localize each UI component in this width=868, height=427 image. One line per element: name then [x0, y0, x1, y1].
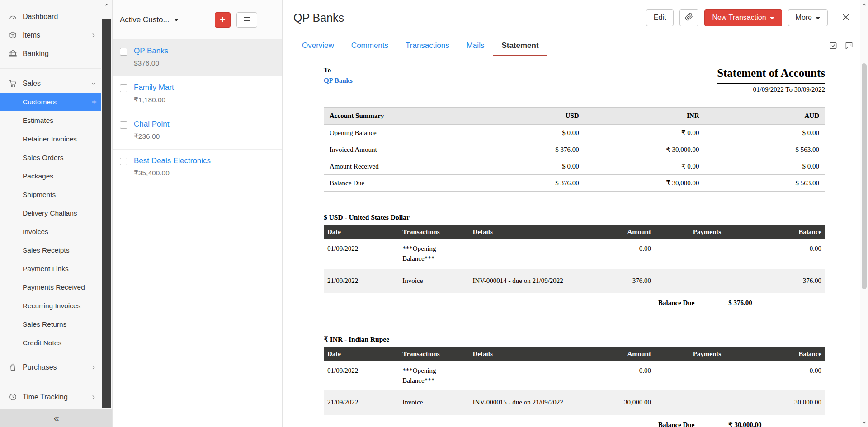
more-button[interactable]: More — [788, 9, 828, 26]
sidebar-nav: Dashboard Items Banking — [0, 0, 101, 406]
sidebar-item-label: Sales Receipts — [23, 246, 69, 254]
sidebar-item-payment-links[interactable]: Payment Links — [0, 259, 101, 278]
summary-cell: $ 0.00 — [464, 125, 585, 141]
sidebar-item-label: Invoices — [23, 228, 48, 236]
txn-cell: INV-000015 - due on 21/09/2022 — [469, 390, 585, 415]
add-customer-button[interactable]: + — [215, 12, 231, 28]
txn-cell: 0.00 — [585, 239, 655, 269]
txn-cell: 21/09/2022 — [324, 390, 399, 415]
customer-amount: ₹35,400.00 — [134, 169, 211, 177]
sidebar-scrollbar[interactable] — [101, 0, 112, 409]
customer-name-link[interactable]: Chai Point — [134, 120, 169, 129]
txn-cell — [655, 239, 725, 269]
sidebar-item-estimates[interactable]: Estimates — [0, 111, 101, 130]
tab-transactions[interactable]: Transactions — [397, 35, 458, 56]
statement-customer-link[interactable]: QP Banks — [324, 77, 353, 84]
scrollbar-up-arrow-icon[interactable] — [862, 2, 867, 7]
summary-col-header: AUD — [705, 108, 825, 125]
tabs: Overview Comments Transactions Mails Sta… — [283, 35, 860, 56]
customer-list-item-chai-point[interactable]: Chai Point ₹236.00 — [113, 113, 282, 150]
sidebar-item-sales-returns[interactable]: Sales Returns — [0, 315, 101, 333]
txn-col-header: Payments — [655, 347, 725, 361]
txn-cell: 0.00 — [585, 361, 655, 391]
sidebar-item-invoices[interactable]: Invoices — [0, 222, 101, 241]
summary-cell: $ 563.00 — [705, 175, 825, 192]
summary-row: Amount Received $ 0.00 ₹ 0.00 $ 0.00 — [324, 158, 825, 175]
sidebar-item-packages[interactable]: Packages — [0, 167, 101, 185]
summary-row: Invoiced Amount $ 376.00 ₹ 30,000.00 $ 5… — [324, 141, 825, 158]
statement-document: To QP Banks Statement of Accounts 01/09/… — [283, 56, 860, 427]
txn-cell — [469, 239, 585, 269]
comments-icon[interactable] — [844, 41, 854, 50]
statement-recipient: To QP Banks — [324, 66, 353, 84]
tab-mails[interactable]: Mails — [458, 35, 493, 56]
inr-section: ₹ INR - Indian Rupee Date Transactions D… — [324, 335, 825, 427]
edit-button[interactable]: Edit — [646, 9, 674, 26]
close-icon — [841, 12, 851, 23]
plus-icon[interactable]: + — [91, 98, 97, 107]
new-transaction-button[interactable]: New Transaction — [704, 9, 782, 26]
customer-list-item-best-deals-electronics[interactable]: Best Deals Electronics ₹35,400.00 — [113, 150, 282, 186]
close-button[interactable] — [839, 10, 853, 25]
page-scrollbar-thumb[interactable] — [862, 63, 867, 289]
scrollbar-down-arrow-icon[interactable] — [862, 420, 867, 425]
customer-checkbox[interactable] — [120, 84, 127, 92]
sidebar-scrollbar-thumb[interactable] — [102, 19, 111, 408]
sidebar-item-payments-received[interactable]: Payments Received — [0, 278, 101, 296]
sidebar-item-sales-orders[interactable]: Sales Orders — [0, 148, 101, 167]
tab-comments[interactable]: Comments — [343, 35, 397, 56]
summary-row: Opening Balance $ 0.00 ₹ 0.00 $ 0.00 — [324, 125, 825, 141]
customer-amount: $376.00 — [134, 59, 168, 67]
sidebar-item-sales-receipts[interactable]: Sales Receipts — [0, 241, 101, 259]
page-scrollbar[interactable] — [860, 0, 868, 427]
sidebar-item-purchases[interactable]: Purchases — [0, 358, 101, 376]
sidebar-item-label: Payments Received — [23, 283, 85, 291]
sidebar-item-banking[interactable]: Banking — [0, 44, 101, 63]
customer-list-item-family-mart[interactable]: Family Mart ₹1,180.00 — [113, 76, 282, 113]
sidebar-item-label: Sales Returns — [23, 320, 66, 328]
edit-button-label: Edit — [654, 14, 666, 22]
tab-statement[interactable]: Statement — [493, 35, 547, 56]
summary-col-header: USD — [464, 108, 585, 125]
sidebar-item-label: Shipments — [23, 191, 56, 199]
sidebar-item-dashboard[interactable]: Dashboard — [0, 7, 101, 26]
txn-col-header: Transactions — [399, 225, 469, 239]
customer-name-link[interactable]: Best Deals Electronics — [134, 156, 211, 165]
customer-name-link[interactable]: QP Banks — [134, 47, 168, 56]
chevron-up-icon[interactable] — [104, 2, 109, 8]
txn-cell — [655, 269, 725, 293]
sidebar-item-recurring-invoices[interactable]: Recurring Invoices — [0, 296, 101, 315]
currency-section-title: ₹ INR - Indian Rupee — [324, 335, 825, 343]
tasks-icon[interactable] — [829, 41, 838, 50]
statement-title: Statement of Accounts — [717, 66, 825, 84]
tab-overview[interactable]: Overview — [293, 35, 343, 56]
sidebar-item-label: Banking — [23, 50, 97, 58]
balance-due-label: Balance Due — [655, 415, 725, 427]
sidebar-collapse-button[interactable]: « — [0, 409, 113, 427]
sidebar-item-items[interactable]: Items — [0, 26, 101, 44]
sidebar-item-delivery-challans[interactable]: Delivery Challans — [0, 204, 101, 222]
customer-name-link[interactable]: Family Mart — [134, 83, 174, 92]
txn-cell — [655, 361, 725, 391]
sidebar-item-time-tracking[interactable]: Time Tracking — [0, 388, 101, 406]
customer-list-panel: Active Custo... + QP Banks $376.00 — [113, 0, 283, 427]
paperclip-icon — [685, 13, 693, 23]
summary-cell: $ 563.00 — [705, 141, 825, 158]
attachment-button[interactable] — [679, 9, 698, 26]
list-options-button[interactable] — [236, 12, 257, 28]
txn-cell-empty — [324, 415, 655, 427]
sidebar-item-retainer-invoices[interactable]: Retainer Invoices — [0, 130, 101, 148]
customer-filter-dropdown[interactable]: Active Custo... — [120, 15, 179, 24]
sidebar-item-customers[interactable]: Customers + — [0, 93, 101, 111]
dashboard-icon — [8, 12, 17, 21]
customer-checkbox[interactable] — [120, 121, 127, 129]
sidebar-item-credit-notes[interactable]: Credit Notes — [0, 333, 101, 352]
customer-checkbox[interactable] — [120, 48, 127, 56]
sidebar-item-label: Sales — [23, 80, 90, 88]
customer-list-item-qp-banks[interactable]: QP Banks $376.00 — [113, 40, 282, 76]
summary-col-header: Account Summary — [324, 108, 464, 125]
customer-checkbox[interactable] — [120, 158, 127, 165]
sidebar-item-shipments[interactable]: Shipments — [0, 185, 101, 204]
summary-col-header: INR — [585, 108, 705, 125]
sidebar-item-sales[interactable]: Sales — [0, 74, 101, 93]
